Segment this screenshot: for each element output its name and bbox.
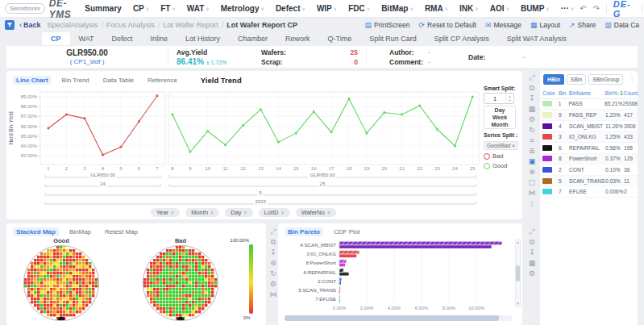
stepper-arrows-icon[interactable]: ▴▾ — [505, 94, 513, 102]
table-row[interactable]: 5SCAN_TRANS0.03%11 — [540, 176, 638, 187]
column-header-bin[interactable]: Bin%↓1 — [605, 90, 624, 96]
nav-item-item[interactable]: ···∨ — [561, 4, 574, 13]
remove-circle-icon[interactable]: ⊗ — [529, 169, 535, 176]
nav-item-cp[interactable]: CP∨ — [133, 4, 149, 13]
expand-icon[interactable]: ⤢ — [529, 74, 534, 81]
tab-q-time[interactable]: Q-Time — [319, 32, 361, 45]
nav-item-summary[interactable]: Summary — [85, 4, 122, 13]
split-option-week[interactable]: Week — [484, 114, 515, 121]
legend-good[interactable]: Good — [484, 162, 521, 169]
tab-cdf-plot[interactable]: CDF Plot — [330, 227, 363, 236]
expand-icon[interactable]: ⤢ — [270, 228, 276, 235]
close-icon[interactable]: × — [171, 210, 174, 215]
scroll-down-icon[interactable]: ▼ — [516, 302, 519, 306]
horizontal-scrollbar[interactable] — [285, 315, 512, 321]
tab-defect[interactable]: Defect — [103, 32, 142, 45]
scrollbar-thumb[interactable] — [285, 315, 499, 321]
columns-icon[interactable]: ≣ — [529, 148, 535, 155]
download-icon[interactable]: ↧ — [529, 249, 535, 256]
scrollbar-thumb[interactable] — [516, 265, 520, 281]
table-row[interactable]: 1PASS85.21%29368 — [540, 99, 638, 110]
screenshot-icon[interactable]: ⧉ — [530, 85, 534, 92]
nav-item-rma[interactable]: RMA∨ — [425, 4, 448, 13]
redo-icon[interactable]: ↷ — [593, 4, 600, 13]
breadcrumb-item[interactable]: SpecialAnalysis — [48, 21, 98, 29]
tab-rework[interactable]: Rework — [276, 32, 319, 45]
table-row[interactable]: 4SCAN_MBIST11.26%3908 — [540, 121, 638, 132]
tab-chamber[interactable]: Chamber — [229, 32, 276, 45]
swap-horizontal-icon[interactable]: ⋈ — [529, 190, 536, 197]
swap-horizontal-icon[interactable]: ⋈ — [270, 291, 277, 298]
breadcrumb-item[interactable]: Lot Wafer Report CP — [226, 21, 297, 29]
filter-icon[interactable] — [5, 20, 15, 30]
nav-item-fdc[interactable]: FDC∨ — [348, 4, 370, 13]
tab-reference[interactable]: Reference — [144, 76, 181, 85]
sublot-link[interactable]: ( CP1_stdf ) — [70, 58, 105, 65]
scroll-up-icon[interactable]: ▲ — [516, 240, 519, 245]
close-icon[interactable]: × — [281, 210, 285, 215]
share-button[interactable]: ↗Share — [569, 21, 596, 29]
tab-split-cp-analysis[interactable]: Split CP Analysis — [426, 32, 498, 45]
column-header-binname[interactable]: BinName — [569, 90, 605, 96]
tab-hbin[interactable]: HBin — [543, 74, 564, 85]
split-option-month[interactable]: Month — [484, 121, 515, 128]
nav-item-bump[interactable]: BUMP∨ — [521, 4, 550, 13]
table-row[interactable]: 7EFUSE0.006%2 — [540, 186, 638, 198]
message-button[interactable]: ✉Message — [485, 21, 521, 29]
tab-line-chart[interactable]: Line Chart — [13, 76, 52, 85]
settings-icon[interactable]: ⚙ — [270, 281, 276, 288]
settings-icon[interactable]: ⚙ — [529, 270, 535, 277]
close-icon[interactable]: × — [327, 210, 330, 215]
column-header-color[interactable]: Color — [542, 90, 559, 96]
download-icon[interactable]: ↧ — [529, 95, 535, 102]
table-row[interactable]: 2CONT0.10%36 — [540, 165, 638, 176]
close-icon[interactable]: × — [210, 210, 214, 215]
screenshot-icon[interactable]: ⧉ — [271, 239, 276, 246]
tab-data-table[interactable]: Data Table — [100, 76, 137, 85]
crop-icon[interactable]: ▢ — [529, 179, 536, 186]
undo-icon[interactable]: ↶ — [580, 4, 586, 13]
screenshot-icon[interactable]: ⧉ — [530, 239, 534, 246]
refresh-icon[interactable]: ↻ — [270, 270, 276, 277]
refresh-icon[interactable]: ↻ — [529, 127, 535, 134]
series-split-chip[interactable]: Good/Bad × — [484, 141, 518, 150]
smart-split-input[interactable]: 1 ▴▾ — [484, 93, 514, 104]
table-row[interactable]: 3IO_ONLKG1.25%433 — [540, 131, 638, 143]
tab-wat[interactable]: WAT — [70, 32, 103, 45]
tab-split-run-card[interactable]: Split Run Card — [360, 32, 426, 45]
data-ca-button[interactable]: ▥Data Ca — [605, 21, 639, 29]
nav-item-metrology[interactable]: Metrology∨ — [221, 4, 264, 13]
tab-stacked-map[interactable]: Stacked Map — [13, 227, 59, 236]
image-icon[interactable]: ▦ — [529, 106, 536, 113]
nav-item-defect[interactable]: Defect∨ — [276, 4, 305, 13]
download-icon[interactable]: ↧ — [270, 249, 276, 256]
nav-item-wat[interactable]: WAT∨ — [187, 4, 210, 13]
rows-icon[interactable]: ≡ — [530, 137, 534, 144]
breadcrumb-item[interactable]: Focus Analysis — [106, 21, 155, 29]
filter-chip-month[interactable]: Month× — [185, 208, 219, 217]
swap-vertical-icon[interactable]: ↕ — [530, 200, 534, 207]
more-icon[interactable]: ⋮ — [629, 75, 635, 82]
tab-split-wat-analysis[interactable]: Split WAT Analysis — [498, 32, 575, 45]
table-row[interactable]: 9PASS_REP1.20%417 — [540, 110, 638, 121]
filter-chip-waferno[interactable]: WaferNo× — [296, 208, 336, 217]
tab-cp[interactable]: CP — [42, 32, 70, 45]
nav-item-aoi[interactable]: AOI∨ — [490, 4, 509, 13]
tab-bin-pareto[interactable]: Bin Pareto — [285, 227, 323, 236]
filter-chip-lotid[interactable]: LotID× — [259, 208, 290, 217]
table-row[interactable]: 8PowerShort0.37%129 — [540, 154, 638, 165]
expand-icon[interactable]: ⤢ — [529, 228, 534, 235]
tab-inline[interactable]: Inline — [142, 32, 177, 45]
tab-sbingroup[interactable]: SBinGroup — [588, 74, 623, 85]
legend-bad[interactable]: Bad — [484, 152, 521, 160]
tab-bin-trend[interactable]: Bin Trend — [59, 76, 93, 85]
image-icon[interactable]: ▦ — [529, 260, 536, 267]
nav-item-bitmap[interactable]: BitMap∨ — [381, 4, 413, 13]
reset-to-default-button[interactable]: ⟳Reset to Default — [418, 21, 476, 29]
close-icon[interactable]: × — [512, 143, 515, 148]
breadcrumb-item[interactable]: Lot Wafer Report — [164, 21, 218, 29]
select-box-icon[interactable]: ▣ — [529, 158, 536, 165]
filter-chip-year[interactable]: Year× — [151, 208, 180, 217]
nav-item-ink[interactable]: INK∨ — [459, 4, 479, 13]
target-icon[interactable]: ⊛ — [270, 260, 276, 267]
